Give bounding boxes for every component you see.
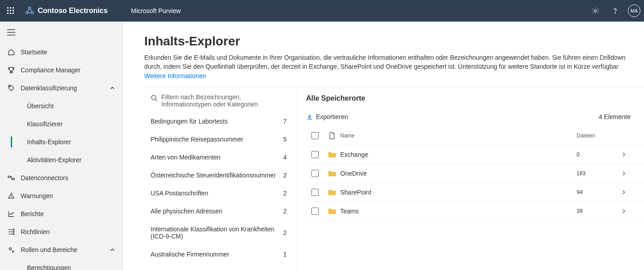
classification-count: 2 bbox=[283, 208, 287, 215]
locations-title: Alle Speicherorte bbox=[306, 87, 644, 107]
folder-icon bbox=[324, 170, 340, 177]
filter-input[interactable]: Filtern nach Bezeichnungen, Informations… bbox=[144, 87, 297, 112]
row-checkbox[interactable] bbox=[311, 151, 319, 158]
locations-table: Name Dateien Exchange0OneDrive183SharePo… bbox=[306, 127, 644, 221]
svg-point-30 bbox=[9, 248, 12, 250]
svg-point-20 bbox=[9, 86, 10, 87]
sidebar-item-policies[interactable]: Richtlinien bbox=[0, 223, 122, 241]
tag-icon bbox=[7, 84, 15, 92]
classification-item[interactable]: Arten von Medikamenten4 bbox=[144, 148, 297, 166]
svg-point-15 bbox=[595, 10, 597, 12]
classification-panel: Filtern nach Bezeichnungen, Informations… bbox=[144, 87, 297, 270]
classification-list[interactable]: Bedingungen für Labortests7Philippinisch… bbox=[144, 112, 297, 270]
chevron-right-icon[interactable] bbox=[617, 208, 631, 214]
folder-icon bbox=[324, 189, 340, 196]
classification-item[interactable]: Philippinische Reisepassnummer5 bbox=[144, 130, 297, 148]
classification-label: Internationale Klassifikation von Krankh… bbox=[151, 226, 283, 240]
table-row[interactable]: OneDrive183 bbox=[306, 164, 644, 183]
select-all-checkbox[interactable] bbox=[311, 132, 319, 139]
table-header: Name Dateien bbox=[306, 127, 644, 146]
file-count: 183 bbox=[577, 170, 617, 177]
svg-rect-21 bbox=[8, 176, 10, 177]
folder-icon bbox=[324, 151, 340, 158]
location-name: Teams bbox=[340, 208, 577, 215]
svg-rect-2 bbox=[13, 7, 14, 9]
item-count: 4 Elemente bbox=[599, 113, 631, 120]
product-name: Microsoft Purview bbox=[131, 7, 181, 14]
sidebar-item-label: Inhalts-Explorer bbox=[27, 138, 71, 146]
sidebar-item-permissions[interactable]: Berechtigungen bbox=[0, 259, 122, 270]
learn-more-link[interactable]: Weitere Informationen bbox=[144, 72, 206, 80]
sidebar-toggle[interactable] bbox=[0, 22, 122, 43]
classification-label: Alle physischen Adressen bbox=[151, 208, 283, 215]
sidebar-item-home[interactable]: Startseite bbox=[0, 43, 122, 61]
column-name-header[interactable]: Name bbox=[340, 133, 577, 139]
download-icon bbox=[306, 113, 313, 120]
company-logo[interactable]: Contoso Electronics bbox=[25, 6, 108, 15]
classification-item[interactable]: USA Postanschriften2 bbox=[144, 184, 297, 202]
svg-point-11 bbox=[31, 12, 34, 14]
svg-rect-6 bbox=[7, 13, 9, 14]
table-row[interactable]: Exchange0 bbox=[306, 146, 644, 164]
sidebar-item-data-classification[interactable]: Datenklassifizierung bbox=[0, 79, 122, 97]
row-checkbox[interactable] bbox=[311, 189, 319, 196]
filter-placeholder: Filtern nach Bezeichnungen, Informations… bbox=[161, 93, 291, 108]
sidebar-item-data-connectors[interactable]: Datenconnectors bbox=[0, 169, 122, 187]
sidebar-item-overview[interactable]: Übersicht bbox=[0, 97, 122, 115]
classification-count: 2 bbox=[283, 190, 287, 197]
classification-label: Arten von Medikamenten bbox=[151, 154, 283, 161]
svg-point-28 bbox=[13, 231, 14, 233]
chevron-right-icon[interactable] bbox=[617, 171, 631, 176]
chevron-up-icon bbox=[110, 85, 115, 91]
row-checkbox[interactable] bbox=[311, 170, 319, 177]
sidebar-item-content-explorer[interactable]: Inhalts-Explorer bbox=[0, 133, 122, 151]
svg-rect-3 bbox=[7, 10, 9, 11]
table-row[interactable]: SharePoint94 bbox=[306, 183, 644, 202]
sidebar-item-activity-explorer[interactable]: Aktivitäten-Explorer bbox=[0, 151, 122, 169]
sidebar-item-alerts[interactable]: Warnungen bbox=[0, 187, 122, 205]
classification-item[interactable]: Bedingungen für Labortests7 bbox=[144, 112, 297, 130]
sidebar-item-label: Übersicht bbox=[27, 102, 53, 110]
sidebar-item-reports[interactable]: Berichte bbox=[0, 205, 122, 223]
classification-count: 5 bbox=[283, 136, 287, 143]
export-label: Exportieren bbox=[316, 113, 348, 120]
svg-point-29 bbox=[13, 234, 14, 235]
classification-label: Österreichische Steueridentifikationsnum… bbox=[151, 172, 283, 179]
classification-item[interactable]: Alle physischen Adressen2 bbox=[144, 202, 297, 220]
classification-item[interactable]: Australische Firmennummer1 bbox=[144, 245, 297, 263]
svg-point-10 bbox=[26, 12, 28, 14]
file-count: 0 bbox=[577, 151, 617, 158]
sidebar-item-label: Berichte bbox=[21, 210, 44, 217]
trophy-icon bbox=[7, 66, 15, 74]
locations-panel: Alle Speicherorte Exportieren 4 Elemente… bbox=[297, 87, 644, 270]
chevron-right-icon[interactable] bbox=[617, 152, 631, 157]
contoso-logo-icon bbox=[25, 6, 34, 15]
user-avatar[interactable]: MA bbox=[628, 4, 640, 17]
connector-icon bbox=[7, 174, 15, 182]
classification-label: USA Postanschriften bbox=[151, 190, 283, 197]
column-files-header[interactable]: Dateien bbox=[577, 133, 617, 139]
sidebar-item-compliance-manager[interactable]: Compliance Manager bbox=[0, 61, 122, 79]
classification-count: 7 bbox=[283, 118, 287, 125]
classification-item[interactable]: Österreichische Steueridentifikationsnum… bbox=[144, 166, 297, 184]
classification-count: 2 bbox=[283, 229, 287, 236]
help-icon[interactable] bbox=[608, 4, 622, 18]
settings-icon[interactable] bbox=[588, 4, 603, 18]
sidebar-item-roles[interactable]: Rollen und Bereiche bbox=[0, 241, 122, 259]
export-button[interactable]: Exportieren bbox=[306, 113, 348, 120]
row-checkbox[interactable] bbox=[311, 208, 319, 215]
sidebar-item-label: Compliance Manager bbox=[21, 66, 80, 74]
page-description: Erkunden Sie die E-Mails und Dokumente i… bbox=[144, 53, 644, 80]
chevron-right-icon[interactable] bbox=[617, 190, 631, 195]
sidebar-item-label: Klassifizierer bbox=[27, 120, 62, 128]
classification-item[interactable]: Internationale Klassifikation von Krankh… bbox=[144, 220, 297, 245]
svg-rect-22 bbox=[12, 178, 14, 180]
table-row[interactable]: Teams39 bbox=[306, 202, 644, 221]
svg-point-27 bbox=[13, 229, 14, 230]
sidebar-item-label: Warnungen bbox=[21, 192, 53, 199]
sidebar-item-classifiers[interactable]: Klassifizierer bbox=[0, 115, 122, 133]
sidebar-item-label: Datenconnectors bbox=[21, 174, 68, 181]
svg-rect-4 bbox=[10, 10, 11, 11]
home-icon bbox=[7, 48, 15, 56]
app-launcher-icon[interactable] bbox=[4, 4, 18, 18]
